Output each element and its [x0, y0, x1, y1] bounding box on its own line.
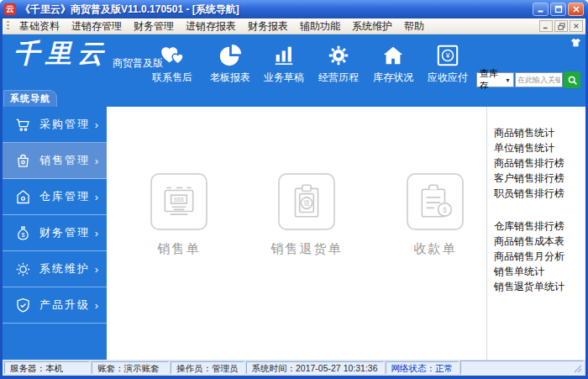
search-icon [567, 75, 578, 86]
toolbar-contact-support[interactable]: 联系售后 [144, 44, 200, 85]
report-item[interactable]: 销售单统计 [494, 264, 585, 279]
skin-button[interactable] [570, 35, 581, 50]
report-item[interactable]: 商品销售月分析 [494, 249, 585, 264]
toolbar-drag-handle-icon[interactable] [7, 21, 9, 31]
brand-logo: 千里云 [13, 36, 109, 71]
tab-strip: 系统导航 [3, 89, 585, 107]
report-group-gap [494, 201, 585, 218]
menu-finance-mgmt[interactable]: 财务管理 [128, 18, 180, 35]
sidebar-item-purchase[interactable]: 采购管理 › [3, 107, 107, 143]
pie-chart-icon [218, 44, 242, 67]
minimize-icon [537, 5, 545, 13]
child-close-button[interactable] [570, 20, 583, 32]
status-network: 网络状态：正常 [386, 361, 459, 374]
sales-order-icon: $$$ [158, 181, 200, 223]
sidebar-item-maintenance[interactable]: 系统维护 › [3, 251, 107, 287]
tab-system-navigation[interactable]: 系统导航 [3, 90, 57, 107]
bag-icon [14, 152, 32, 170]
bar-chart-icon [272, 44, 296, 67]
menu-inventory-reports[interactable]: 进销存报表 [180, 18, 242, 35]
menu-bar: 基础资料 进销存管理 财务管理 进销存报表 财务报表 辅助功能 系统维护 帮助 [3, 18, 585, 34]
report-item[interactable]: 仓库销售排行榜 [494, 218, 585, 234]
report-item[interactable]: 单位销售统计 [494, 140, 585, 155]
gear-icon [327, 44, 350, 67]
svg-text:$: $ [22, 231, 25, 237]
toolbar-receivable-payable[interactable]: ¥ 应收应付 [420, 44, 475, 85]
app-header: 千里云 商贸普及版 联系售后 老板报表 业务草稿 [3, 34, 585, 89]
close-icon [573, 23, 580, 29]
toolbar-stock-status[interactable]: 库存状况 [365, 44, 421, 85]
chevron-right-icon: › [95, 228, 98, 239]
shortcut-receipt[interactable]: $ 收款单 [407, 173, 464, 257]
svg-text:$: $ [443, 206, 447, 214]
gear-icon [14, 261, 32, 278]
sidebar-item-warehouse[interactable]: 仓库管理 › [3, 179, 107, 215]
app-logo-icon: 云 [4, 3, 16, 15]
report-item[interactable]: 商品销售成本表 [494, 234, 585, 249]
resize-grip-icon[interactable] [573, 364, 582, 373]
menu-system-maintain[interactable]: 系统维护 [346, 18, 398, 35]
search-bar: 查库存 ▼ [476, 71, 580, 88]
menu-finance-reports[interactable]: 财务报表 [242, 18, 294, 35]
sidebar: 采购管理 › 销售管理 › 仓库管理 › $ 财务管理 › 系统维护 › [3, 107, 107, 360]
chevron-down-icon: ▼ [505, 77, 511, 83]
receipt-icon: $ [414, 181, 456, 223]
minimize-icon [543, 23, 549, 29]
status-account: 账套：演示账套 [92, 361, 169, 374]
cart-icon [14, 116, 32, 134]
toolbar-business-history[interactable]: 经营历程 [311, 44, 366, 85]
search-button[interactable] [564, 71, 580, 88]
shirt-icon [570, 38, 581, 47]
status-spacer [460, 361, 584, 375]
maximize-icon [554, 5, 563, 13]
svg-text:退: 退 [303, 199, 310, 207]
report-item[interactable]: 销售退货单统计 [494, 279, 585, 294]
close-icon [572, 5, 580, 13]
sidebar-item-sales[interactable]: 销售管理 › [3, 143, 107, 179]
child-minimize-button[interactable] [539, 20, 553, 32]
sales-return-icon: 退 [286, 181, 328, 223]
app-window: 云 《千里云》商贸普及版V11.0.170501 - [系统导航] 基础资料 进… [0, 0, 588, 379]
chevron-right-icon: › [95, 119, 98, 130]
menu-help[interactable]: 帮助 [398, 18, 430, 35]
menu-inventory-mgmt[interactable]: 进销存管理 [66, 18, 128, 35]
svg-text:$$$: $$$ [174, 196, 184, 203]
chevron-right-icon: › [95, 155, 98, 166]
chevron-right-icon: › [95, 264, 98, 275]
menu-auxiliary[interactable]: 辅助功能 [294, 18, 346, 35]
main-panel: $$$ 销售单 退 销售退货单 [107, 107, 486, 360]
chevron-right-icon: › [95, 300, 98, 311]
svg-text:¥: ¥ [445, 51, 450, 60]
toolbar-business-draft[interactable]: 业务草稿 [256, 44, 312, 85]
status-system-time: 系统时间：2017-05-27 10:31:36 [246, 361, 384, 374]
child-restore-button[interactable] [554, 20, 568, 32]
minimize-button[interactable] [533, 3, 549, 16]
toolbar-boss-report[interactable]: 老板报表 [202, 44, 258, 85]
home-icon [381, 44, 405, 67]
maximize-button[interactable] [550, 3, 566, 16]
report-item[interactable]: 商品销售排行榜 [494, 155, 585, 171]
status-bar: 服务器：本机 账套：演示账套 操作员：管理员 系统时间：2017-05-27 1… [3, 360, 585, 376]
report-item[interactable]: 职员销售排行榜 [494, 186, 585, 201]
menu-basic-data[interactable]: 基础资料 [13, 18, 66, 35]
shortcut-sales-return[interactable]: 退 销售退货单 [278, 173, 335, 257]
status-server: 服务器：本机 [4, 361, 90, 374]
search-category-dropdown[interactable]: 查库存 ▼ [476, 72, 514, 87]
hearts-icon [160, 44, 184, 67]
shield-check-icon [14, 297, 32, 314]
window-title: 《千里云》商贸普及版V11.0.170501 - [系统导航] [20, 3, 239, 17]
search-input[interactable] [515, 72, 563, 87]
chevron-right-icon: › [95, 192, 98, 203]
sidebar-item-finance[interactable]: $ 财务管理 › [3, 215, 107, 251]
report-item[interactable]: 客户销售排行榜 [494, 171, 585, 186]
yuan-icon: ¥ [436, 44, 459, 67]
restore-icon [558, 23, 565, 30]
sidebar-item-upgrade[interactable]: 产品升级 › [3, 287, 107, 324]
money-bag-icon: $ [14, 224, 32, 242]
status-operator: 操作员：管理员 [171, 361, 244, 374]
close-button[interactable] [568, 3, 584, 16]
report-item[interactable]: 商品销售统计 [494, 125, 585, 140]
title-bar: 云 《千里云》商贸普及版V11.0.170501 - [系统导航] [0, 0, 588, 18]
shortcut-sales-order[interactable]: $$$ 销售单 [150, 173, 207, 257]
warehouse-icon [14, 188, 32, 206]
